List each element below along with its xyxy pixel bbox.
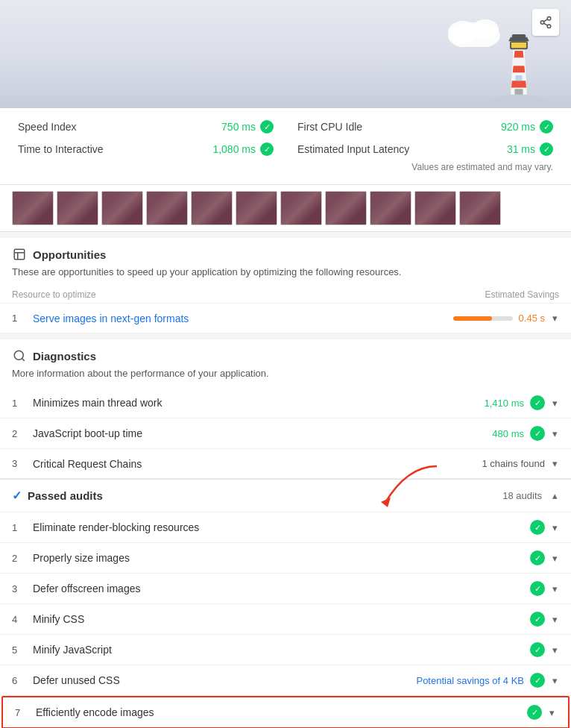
passed-num-6: 6: [12, 675, 27, 686]
passed-row-2[interactable]: 2 Properly size images ✓ ▾: [0, 543, 571, 574]
diag-num-3: 3: [12, 458, 27, 469]
diag-label-3: Critical Request Chains: [33, 458, 476, 470]
tti-check: ✓: [260, 142, 274, 156]
filmstrip-thumb-2: [57, 191, 98, 225]
lighthouse-illustration: [489, 26, 549, 108]
passed-audits-section: ✓ Passed audits 18 audits ▴ 1 Eliminate …: [0, 479, 571, 728]
opportunities-icon: [12, 247, 27, 262]
passed-label-1: Eliminate render-blocking resources: [33, 521, 524, 533]
diag-check-1: ✓: [530, 395, 545, 410]
passed-check-1: ✓: [530, 520, 545, 535]
diag-label-2: JavaScript boot-up time: [33, 427, 486, 439]
col-savings: Estimated Savings: [485, 289, 559, 300]
col-resource: Resource to optimize: [12, 289, 96, 300]
passed-chevron-2[interactable]: ▾: [551, 551, 559, 565]
passed-extra-6: Potential savings of 4 KB: [416, 675, 524, 686]
passed-check-icon: ✓: [12, 489, 22, 503]
filmstrip-thumb-4: [146, 191, 188, 225]
metric-speed-index: Speed Index 750 ms ✓: [18, 120, 274, 134]
input-latency-value: 31 ms ✓: [507, 142, 553, 156]
metric-first-cpu-idle: First CPU Idle 920 ms ✓: [297, 120, 553, 134]
passed-row-6[interactable]: 6 Defer unused CSS Potential savings of …: [0, 665, 571, 696]
svg-point-8: [493, 95, 545, 108]
opportunity-row-1[interactable]: 1 Serve images in next-gen formats 0.45 …: [0, 304, 571, 333]
opportunities-title: Opportunities: [33, 248, 106, 261]
svg-line-7: [543, 19, 547, 22]
passed-row-5[interactable]: 5 Minify JavaScript ✓ ▾: [0, 635, 571, 665]
filmstrip-thumb-5: [191, 191, 233, 225]
passed-chevron-7[interactable]: ▾: [548, 706, 556, 720]
first-cpu-idle-label: First CPU Idle: [297, 121, 362, 133]
svg-rect-16: [512, 34, 526, 38]
passed-row-1[interactable]: 1 Eliminate render-blocking resources ✓ …: [0, 512, 571, 543]
passed-chevron-1[interactable]: ▾: [551, 521, 559, 535]
tti-label: Time to Interactive: [18, 143, 104, 155]
filmstrip-thumb-9: [370, 191, 411, 225]
passed-num-4: 4: [12, 614, 27, 625]
passed-chevron-4[interactable]: ▾: [551, 612, 559, 627]
input-latency-label: Estimated Input Latency: [297, 143, 409, 155]
diagnostics-desc: More information about the performance o…: [0, 366, 571, 388]
svg-line-6: [543, 23, 547, 25]
diagnostics-header: Diagnostics: [0, 339, 571, 366]
passed-check-5: ✓: [530, 642, 545, 657]
passed-label-3: Defer offscreen images: [33, 583, 524, 594]
diagnostics-icon: [12, 348, 27, 363]
svg-point-22: [14, 351, 23, 360]
values-note: Values are estimated and may vary.: [18, 162, 553, 172]
svg-line-23: [22, 358, 24, 360]
diag-value-2: 480 ms: [492, 428, 524, 439]
speed-index-label: Speed Index: [18, 121, 77, 133]
filmstrip: [0, 185, 571, 232]
passed-chevron-3[interactable]: ▾: [551, 582, 559, 596]
first-cpu-idle-value: 920 ms ✓: [501, 120, 553, 134]
passed-check-3: ✓: [530, 581, 545, 596]
diagnostic-row-1[interactable]: 1 Minimizes main thread work 1,410 ms ✓ …: [0, 388, 571, 418]
passed-label-7: Efficiently encode images: [36, 706, 521, 718]
passed-label-2: Properly size images: [33, 552, 524, 564]
passed-row-4[interactable]: 4 Minify CSS ✓ ▾: [0, 604, 571, 635]
diagnostics-title: Diagnostics: [33, 350, 96, 363]
filmstrip-thumb-8: [325, 191, 367, 225]
input-latency-check: ✓: [540, 142, 553, 156]
passed-num-3: 3: [12, 583, 27, 594]
passed-check-7: ✓: [527, 705, 542, 720]
filmstrip-thumb-3: [101, 191, 143, 225]
speed-index-check: ✓: [260, 120, 274, 134]
opportunities-section: Opportunities These are opportunities to…: [0, 238, 571, 333]
passed-row-3[interactable]: 3 Defer offscreen images ✓ ▾: [0, 574, 571, 604]
svg-rect-17: [515, 75, 522, 81]
passed-audits-header[interactable]: ✓ Passed audits 18 audits ▴: [0, 480, 571, 512]
first-cpu-idle-check: ✓: [540, 120, 553, 134]
savings-bar: [453, 316, 513, 321]
diagnostic-row-3[interactable]: 3 Critical Request Chains 1 chains found…: [0, 449, 571, 479]
svg-point-4: [540, 21, 544, 25]
passed-audits-chevron[interactable]: ▴: [551, 489, 559, 503]
passed-audits-count: 18 audits: [502, 490, 542, 501]
diag-chevron-3[interactable]: ▾: [551, 456, 559, 471]
passed-row-7[interactable]: 7 Efficiently encode images ✓ ▾: [1, 696, 570, 728]
svg-marker-10: [511, 81, 526, 87]
passed-check-4: ✓: [530, 612, 545, 627]
header-area: [0, 0, 571, 108]
filmstrip-thumb-7: [280, 191, 322, 225]
svg-rect-19: [14, 249, 25, 260]
opportunities-table-header: Resource to optimize Estimated Savings: [0, 286, 571, 304]
passed-label-4: Minify CSS: [33, 613, 524, 625]
passed-num-7: 7: [15, 707, 30, 718]
passed-chevron-6[interactable]: ▾: [551, 674, 559, 688]
diag-chevron-2[interactable]: ▾: [551, 427, 559, 441]
diag-chevron-1[interactable]: ▾: [551, 396, 559, 410]
opp-chevron-1[interactable]: ▾: [551, 311, 559, 325]
diag-label-1: Minimizes main thread work: [33, 397, 479, 409]
passed-check-6: ✓: [530, 673, 545, 688]
opp-value-1: 0.45 s: [519, 313, 545, 324]
diag-num-2: 2: [12, 428, 27, 439]
passed-chevron-5[interactable]: ▾: [551, 643, 559, 657]
passed-num-2: 2: [12, 553, 27, 564]
diagnostic-row-2[interactable]: 2 JavaScript boot-up time 480 ms ✓ ▾: [0, 418, 571, 449]
metrics-grid: Speed Index 750 ms ✓ First CPU Idle 920 …: [18, 120, 553, 156]
svg-marker-12: [514, 51, 524, 57]
passed-num-1: 1: [12, 522, 27, 533]
filmstrip-thumb-10: [414, 191, 456, 225]
